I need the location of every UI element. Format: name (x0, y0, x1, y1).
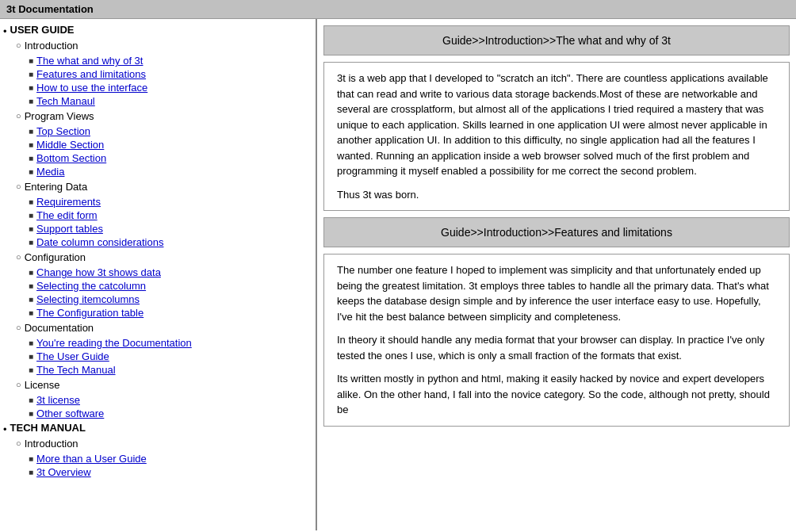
list-item: ■ Support tables (29, 222, 312, 235)
sidebar-item-introduction: ○ Introduction (16, 39, 312, 52)
circle-bullet: ○ (16, 111, 21, 121)
title-text: 3t Documentation (6, 3, 94, 15)
entering-data-items: ■ Requirements ■ The edit form ■ Support… (16, 195, 312, 249)
square-bullet: ■ (29, 140, 33, 149)
link-tech-manaul[interactable]: Tech Manaul (36, 95, 95, 107)
content-header-what-why: Guide>>Introduction>>The what and why of… (323, 25, 790, 55)
sidebar-item-program-views: ○ Program Views (16, 109, 312, 123)
sidebar-label-tech-manual: TECH MANUAL (10, 422, 86, 434)
sidebar-group-label-documentation: Documentation (25, 322, 94, 334)
sidebar-group-label-introduction: Introduction (25, 40, 78, 52)
link-config-table[interactable]: The Configuration table (36, 307, 144, 319)
tech-intro-items: ■ More than a User Guide ■ 3t Overview (16, 452, 312, 479)
link-edit-form[interactable]: The edit form (36, 209, 98, 221)
square-bullet: ■ (29, 211, 33, 220)
list-item: ■ Selecting the catcolumn (29, 279, 312, 293)
list-item: ■ Date column considerations (29, 235, 312, 249)
square-bullet: ■ (29, 366, 33, 374)
content-area: Guide>>Introduction>>The what and why of… (317, 19, 796, 530)
content-paragraph: The number one feature I hoped to implem… (337, 262, 776, 324)
square-bullet: ■ (29, 281, 33, 290)
link-tech-manual[interactable]: The Tech Manual (36, 364, 116, 376)
content-paragraph: Thus 3t was born. (337, 187, 776, 203)
content-paragraph: Its written mostly in python and html, m… (337, 371, 776, 418)
content-paragraph: 3t is a web app that I developed to "scr… (337, 71, 776, 179)
content-header-features: Guide>>Introduction>>Features and limita… (323, 217, 790, 247)
link-how-to[interactable]: How to use the interface (36, 82, 147, 94)
square-bullet: ■ (29, 308, 33, 317)
sidebar: • USER GUIDE ○ Introduction ■ The what a… (0, 19, 317, 530)
content-body-what-why: 3t is a web app that I developed to "scr… (323, 62, 790, 211)
link-reading[interactable]: You're reading the Documentation (36, 337, 192, 349)
square-bullet: ■ (29, 197, 33, 206)
list-item: ■ Change how 3t shows data (29, 266, 312, 279)
square-bullet: ■ (29, 70, 33, 78)
list-item: ■ Middle Section (29, 138, 312, 151)
link-other-software[interactable]: Other software (36, 408, 104, 419)
list-item: ■ Top Section (29, 124, 312, 138)
list-item: ■ You're reading the Documentation (29, 336, 312, 350)
sidebar-item-documentation: ○ Documentation (16, 321, 312, 335)
link-selecting-item[interactable]: Selecting itemcolumns (36, 293, 140, 305)
square-bullet: ■ (29, 238, 33, 247)
documentation-items: ■ You're reading the Documentation ■ The… (16, 336, 312, 377)
square-bullet: ■ (29, 339, 33, 347)
link-bottom-section[interactable]: Bottom Section (36, 152, 106, 164)
link-user-guide[interactable]: The User Guide (36, 350, 109, 362)
link-selecting-cat[interactable]: Selecting the catcolumn (36, 280, 146, 292)
introduction-items: ■ The what and why of 3t ■ Features and … (16, 54, 312, 108)
link-more-than[interactable]: More than a User Guide (36, 453, 147, 465)
sidebar-section-user-guide: • USER GUIDE ○ Introduction ■ The what a… (3, 24, 312, 420)
list-item: ■ The Tech Manual (29, 363, 312, 377)
content-header-text-what-why: Guide>>Introduction>>The what and why of… (442, 34, 671, 47)
square-bullet: ■ (29, 154, 33, 163)
link-requirements[interactable]: Requirements (36, 196, 101, 208)
square-bullet: ■ (29, 295, 33, 304)
link-media[interactable]: Media (36, 166, 64, 178)
link-middle-section[interactable]: Middle Section (36, 139, 104, 151)
link-3t-overview[interactable]: 3t Overview (36, 466, 91, 478)
link-what-why[interactable]: The what and why of 3t (36, 55, 143, 67)
list-item: ■ Selecting itemcolumns (29, 293, 312, 306)
sidebar-group-label-entering-data: Entering Data (25, 181, 88, 193)
list-item: ■ 3t license (29, 393, 312, 407)
list-item: ■ 3t Overview (29, 465, 312, 479)
program-views-items: ■ Top Section ■ Middle Section ■ Bottom … (16, 124, 312, 178)
sidebar-group-label-program-views: Program Views (25, 110, 94, 122)
link-change-how[interactable]: Change how 3t shows data (36, 266, 161, 278)
list-item: ■ The Configuration table (29, 306, 312, 320)
square-bullet: ■ (29, 454, 33, 463)
list-item: ■ Features and limitations (29, 67, 312, 81)
content-paragraph: In theory it should handle any media for… (337, 332, 776, 363)
circle-bullet: ○ (16, 40, 21, 50)
sidebar-group-label-license: License (25, 379, 60, 391)
circle-bullet: ○ (16, 380, 21, 389)
sidebar-label-user-guide: USER GUIDE (10, 24, 75, 36)
circle-bullet: ○ (16, 438, 21, 448)
sidebar-section-tech-manual: • TECH MANUAL ○ Introduction ■ More than… (3, 422, 312, 479)
circle-bullet: ○ (16, 323, 21, 332)
link-support-tables[interactable]: Support tables (36, 223, 103, 235)
square-bullet: ■ (29, 167, 33, 176)
square-bullet: ■ (29, 56, 33, 65)
content-header-text-features: Guide>>Introduction>>Features and limita… (441, 226, 672, 239)
square-bullet: ■ (29, 409, 33, 418)
list-item: ■ The what and why of 3t (29, 54, 312, 67)
content-body-features: The number one feature I hoped to implem… (323, 254, 790, 427)
license-items: ■ 3t license ■ Other software (16, 393, 312, 420)
link-top-section[interactable]: Top Section (36, 125, 90, 137)
sidebar-group-label-configuration: Configuration (25, 251, 86, 263)
sidebar-item-license: ○ License (16, 378, 312, 392)
bullet-dot: • (3, 25, 7, 37)
link-3t-license[interactable]: 3t license (36, 394, 80, 406)
tech-manual-list: ○ Introduction ■ More than a User Guide … (3, 437, 312, 479)
sidebar-group-label-intro2: Introduction (25, 438, 78, 450)
square-bullet: ■ (29, 468, 33, 477)
link-features[interactable]: Features and limitations (36, 68, 146, 80)
square-bullet: ■ (29, 97, 33, 105)
configuration-items: ■ Change how 3t shows data ■ Selecting t… (16, 266, 312, 320)
list-item: ■ Requirements (29, 195, 312, 209)
list-item: ■ Other software (29, 407, 312, 420)
sidebar-circle-list-ug: ○ Introduction ■ The what and why of 3t … (3, 39, 312, 420)
link-date-column[interactable]: Date column considerations (36, 236, 163, 248)
